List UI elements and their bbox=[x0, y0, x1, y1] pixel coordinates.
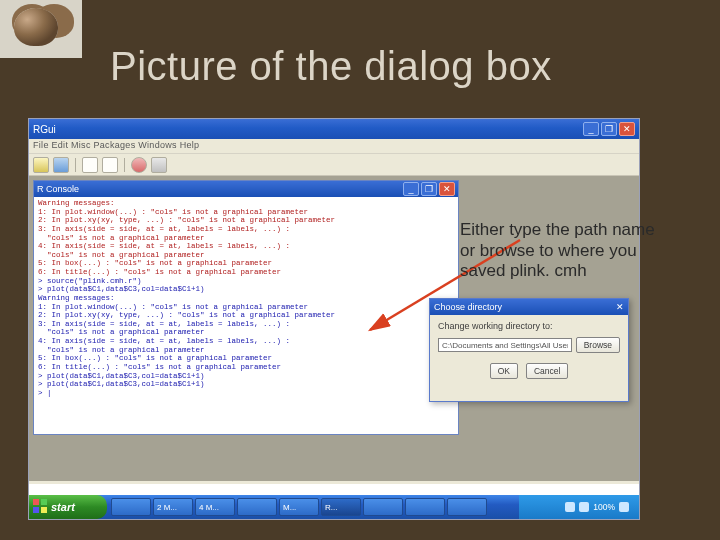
minimize-icon[interactable]: _ bbox=[583, 122, 599, 136]
slide-title: Picture of the dialog box bbox=[110, 44, 552, 89]
task-item[interactable]: R... bbox=[321, 498, 361, 516]
task-item[interactable]: 4 M... bbox=[195, 498, 235, 516]
task-item[interactable] bbox=[237, 498, 277, 516]
ok-button[interactable]: OK bbox=[490, 363, 518, 379]
task-item[interactable]: M... bbox=[279, 498, 319, 516]
corner-cat-image bbox=[0, 0, 82, 58]
taskbar-items: 2 M... 4 M... M... R... bbox=[107, 495, 519, 519]
task-item[interactable] bbox=[363, 498, 403, 516]
task-item[interactable] bbox=[405, 498, 445, 516]
windows-taskbar: start 2 M... 4 M... M... R... 100% bbox=[29, 495, 639, 519]
minimize-icon[interactable]: _ bbox=[403, 182, 419, 196]
dialog-close-icon[interactable]: ✕ bbox=[616, 302, 624, 312]
window-controls: _ ❐ ✕ bbox=[583, 122, 635, 136]
r-console-output[interactable]: Warning messages: 1: In plot.window(...)… bbox=[34, 197, 458, 434]
tray-icon[interactable] bbox=[579, 502, 589, 512]
dialog-titlebar: Choose directory ✕ bbox=[430, 299, 628, 315]
menubar[interactable]: File Edit Misc Packages Windows Help bbox=[29, 139, 639, 154]
stop-icon[interactable] bbox=[131, 157, 147, 173]
console-window-controls: _ ❐ ✕ bbox=[403, 182, 455, 196]
r-console-titlebar: R Console _ ❐ ✕ bbox=[34, 181, 458, 197]
copy-icon[interactable] bbox=[82, 157, 98, 173]
rgui-title-text: RGui bbox=[33, 124, 56, 135]
embedded-screenshot: RGui _ ❐ ✕ File Edit Misc Packages Windo… bbox=[28, 118, 640, 520]
open-icon[interactable] bbox=[33, 157, 49, 173]
cancel-button[interactable]: Cancel bbox=[526, 363, 568, 379]
system-tray: 100% bbox=[519, 495, 639, 519]
task-item[interactable] bbox=[111, 498, 151, 516]
start-button[interactable]: start bbox=[29, 495, 107, 519]
browse-button[interactable]: Browse bbox=[576, 337, 620, 353]
close-icon[interactable]: ✕ bbox=[439, 182, 455, 196]
dialog-label: Change working directory to: bbox=[438, 321, 620, 331]
tray-percent: 100% bbox=[593, 502, 615, 512]
maximize-icon[interactable]: ❐ bbox=[421, 182, 437, 196]
dialog-title-text: Choose directory bbox=[434, 302, 502, 312]
tray-icon[interactable] bbox=[565, 502, 575, 512]
task-item[interactable]: 2 M... bbox=[153, 498, 193, 516]
r-console-title-text: R Console bbox=[37, 184, 79, 194]
tray-icon[interactable] bbox=[619, 502, 629, 512]
print-icon[interactable] bbox=[151, 157, 167, 173]
r-console-window: R Console _ ❐ ✕ Warning messages: 1: In … bbox=[33, 180, 459, 435]
toolbar bbox=[29, 154, 639, 176]
paste-icon[interactable] bbox=[102, 157, 118, 173]
directory-path-input[interactable] bbox=[438, 338, 572, 352]
task-item[interactable] bbox=[447, 498, 487, 516]
maximize-icon[interactable]: ❐ bbox=[601, 122, 617, 136]
close-icon[interactable]: ✕ bbox=[619, 122, 635, 136]
rgui-titlebar: RGui _ ❐ ✕ bbox=[29, 119, 639, 139]
callout-text: Either type the path name or browse to w… bbox=[460, 220, 670, 282]
choose-directory-dialog: Choose directory ✕ Change working direct… bbox=[429, 298, 629, 402]
save-icon[interactable] bbox=[53, 157, 69, 173]
